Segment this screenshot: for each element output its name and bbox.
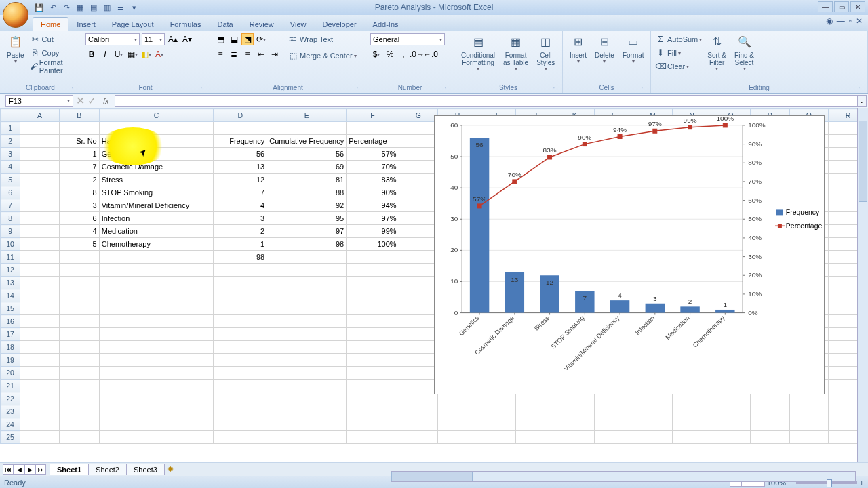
qat-save-icon[interactable]: 💾 bbox=[34, 2, 45, 13]
tab-insert[interactable]: Insert bbox=[68, 17, 104, 31]
cell[interactable]: 97 bbox=[267, 225, 347, 238]
row-header[interactable]: 21 bbox=[1, 380, 20, 392]
row-header[interactable]: 25 bbox=[1, 431, 20, 444]
cell[interactable] bbox=[399, 302, 438, 315]
cell[interactable] bbox=[399, 392, 438, 405]
cell[interactable] bbox=[399, 341, 438, 354]
cell[interactable] bbox=[20, 367, 60, 380]
cell[interactable] bbox=[99, 367, 213, 380]
underline-button[interactable]: U▾ bbox=[113, 48, 125, 60]
cell[interactable] bbox=[214, 277, 267, 289]
cell[interactable] bbox=[399, 225, 438, 238]
percent-button[interactable]: % bbox=[384, 48, 396, 60]
align-left-button[interactable]: ≡ bbox=[214, 48, 226, 60]
office-button[interactable] bbox=[3, 2, 28, 28]
clear-button[interactable]: ⌫Clear▾ bbox=[655, 60, 702, 73]
cell[interactable] bbox=[59, 341, 99, 354]
comma-button[interactable]: , bbox=[397, 48, 410, 60]
row-header[interactable]: 4 bbox=[1, 161, 20, 174]
cell[interactable]: 56 bbox=[214, 148, 267, 161]
cell[interactable] bbox=[399, 289, 438, 302]
cell[interactable] bbox=[633, 431, 673, 444]
cell[interactable] bbox=[789, 405, 829, 418]
row-header[interactable]: 12 bbox=[1, 264, 20, 277]
cell[interactable] bbox=[347, 328, 399, 341]
cell[interactable] bbox=[672, 405, 711, 418]
cell[interactable] bbox=[20, 341, 60, 354]
sheet-nav-prev[interactable]: ◀ bbox=[14, 464, 24, 475]
minimize-ribbon-button[interactable]: — bbox=[837, 16, 845, 26]
row-header[interactable]: 17 bbox=[1, 328, 20, 341]
cell[interactable] bbox=[347, 354, 399, 367]
cell[interactable] bbox=[789, 418, 829, 431]
cancel-formula-icon[interactable]: ✕ bbox=[75, 94, 86, 107]
cell[interactable] bbox=[99, 328, 213, 341]
cell[interactable] bbox=[399, 328, 438, 341]
format-as-table-button[interactable]: ▦Format as Table▾ bbox=[500, 33, 531, 74]
cell[interactable] bbox=[214, 418, 267, 431]
expand-formula-bar-button[interactable]: ⌄ bbox=[857, 95, 867, 107]
cell[interactable] bbox=[99, 302, 213, 315]
cell[interactable]: Sr. No bbox=[59, 135, 99, 148]
increase-decimal-button[interactable]: .0→ bbox=[411, 48, 423, 60]
cell[interactable]: 99% bbox=[347, 225, 399, 238]
align-right-button[interactable]: ≡ bbox=[241, 48, 254, 60]
cell[interactable] bbox=[751, 405, 790, 418]
cell[interactable]: Vitamin/Mineral Deficiency bbox=[99, 199, 213, 212]
maximize-button[interactable]: ▭ bbox=[834, 1, 849, 12]
cell[interactable] bbox=[20, 212, 60, 225]
cell[interactable]: 83% bbox=[347, 174, 399, 186]
cell[interactable] bbox=[267, 289, 347, 302]
cell[interactable]: 81 bbox=[267, 174, 347, 186]
cell[interactable] bbox=[59, 122, 99, 135]
cell[interactable] bbox=[347, 431, 399, 444]
font-size-select[interactable]: 11▾ bbox=[142, 33, 165, 45]
wrap-text-button[interactable]: ⮒Wrap Text bbox=[288, 33, 357, 45]
cell[interactable] bbox=[99, 392, 213, 405]
decrease-indent-button[interactable]: ⇤ bbox=[255, 48, 267, 60]
fill-button[interactable]: ⬇Fill▾ bbox=[655, 47, 702, 59]
row-header[interactable]: 14 bbox=[1, 289, 20, 302]
cell[interactable] bbox=[477, 418, 516, 431]
cell[interactable] bbox=[59, 380, 99, 392]
tab-review[interactable]: Review bbox=[241, 17, 282, 31]
cell[interactable] bbox=[347, 277, 399, 289]
cell[interactable] bbox=[59, 431, 99, 444]
cell[interactable] bbox=[267, 380, 347, 392]
cell[interactable] bbox=[751, 418, 790, 431]
cell[interactable] bbox=[594, 405, 633, 418]
cell[interactable] bbox=[267, 392, 347, 405]
shrink-font-button[interactable]: A▾ bbox=[181, 33, 193, 45]
vertical-scrollbar[interactable] bbox=[857, 108, 868, 462]
cell[interactable] bbox=[711, 418, 751, 431]
cell[interactable]: 97% bbox=[347, 212, 399, 225]
cell[interactable] bbox=[99, 354, 213, 367]
cell[interactable] bbox=[214, 341, 267, 354]
currency-button[interactable]: $▾ bbox=[370, 48, 382, 60]
cell[interactable]: Genetics bbox=[99, 148, 213, 161]
cell[interactable]: STOP Smoking bbox=[99, 186, 213, 199]
cell[interactable] bbox=[399, 380, 438, 392]
cell[interactable] bbox=[347, 380, 399, 392]
cell[interactable]: Cumulative Frequency bbox=[267, 135, 347, 148]
cell[interactable] bbox=[751, 431, 790, 444]
row-header[interactable]: 8 bbox=[1, 212, 20, 225]
cell[interactable] bbox=[20, 289, 60, 302]
cell[interactable] bbox=[20, 354, 60, 367]
align-top-button[interactable]: ⬒ bbox=[214, 33, 226, 45]
cell[interactable] bbox=[347, 392, 399, 405]
ribbon-close-button[interactable]: ✕ bbox=[856, 16, 863, 26]
cell[interactable] bbox=[633, 405, 673, 418]
find-select-button[interactable]: 🔍Find & Select▾ bbox=[732, 33, 757, 74]
qat-undo-icon[interactable]: ↶ bbox=[47, 2, 58, 13]
cell[interactable] bbox=[20, 122, 60, 135]
cell[interactable] bbox=[20, 302, 60, 315]
cell[interactable]: 95 bbox=[267, 212, 347, 225]
cell[interactable] bbox=[789, 431, 829, 444]
cell[interactable] bbox=[399, 122, 438, 135]
row-header[interactable]: 22 bbox=[1, 392, 20, 405]
cell[interactable] bbox=[399, 174, 438, 186]
column-header[interactable]: A bbox=[20, 109, 60, 122]
cell[interactable]: 57% bbox=[347, 148, 399, 161]
cell[interactable] bbox=[20, 277, 60, 289]
